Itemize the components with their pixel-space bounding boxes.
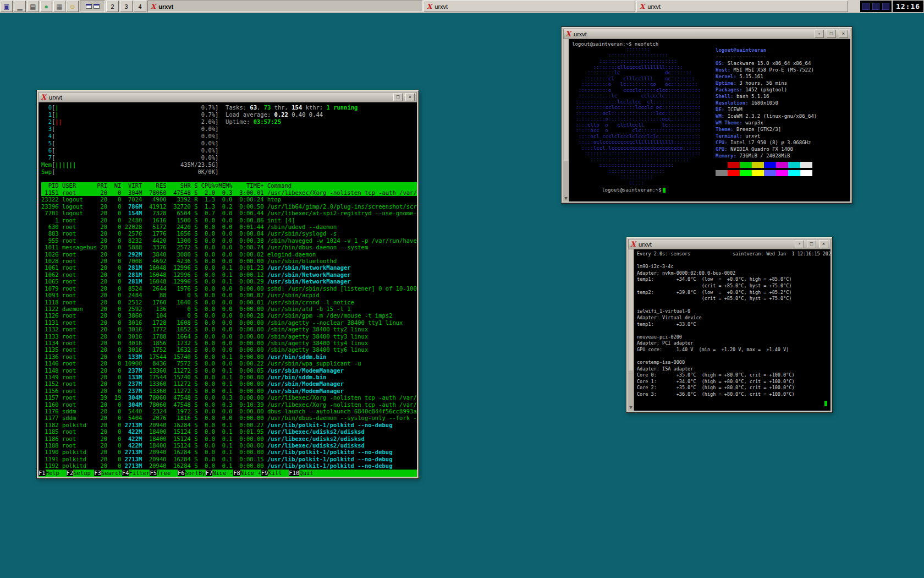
htop-process-row[interactable]: 1118 root 20 0 2512 1760 1640 S 0.0 0.0 …	[41, 299, 417, 306]
htop-process-row[interactable]: 630 root 20 0 22028 5172 2420 S 0.0 0.0 …	[41, 223, 417, 230]
urxvt-icon[interactable]: X	[41, 94, 46, 101]
maximize-button[interactable]: □	[827, 30, 836, 38]
workspace-button-2[interactable]: 2	[106, 1, 119, 12]
htop-process-row[interactable]: 1136 root 20 0 133M 17544 15740 S 0.0 0.…	[41, 353, 417, 360]
htop-process-row[interactable]: 1188 root 20 0 422M 18400 15124 S 0.0 0.…	[41, 442, 417, 449]
htop-process-row[interactable]: 1148 root 20 0 237M 13360 11272 S 0.0 0.…	[41, 367, 417, 374]
htop-process-row[interactable]: 1186 root 20 0 422M 18400 15124 S 0.0 0.…	[41, 435, 417, 442]
htop-fkey-F4[interactable]: F4Filter	[122, 470, 150, 477]
urxvt-icon[interactable]: X	[630, 241, 636, 248]
neofetch-titlebar[interactable]: X urxvt ▫ □ ×	[563, 29, 850, 39]
slackware-ascii-logo: :::::::: :::::::::::::::::::: ::::::::::…	[573, 47, 701, 186]
htop-fkey-F7[interactable]: F7Nice -	[206, 470, 234, 477]
htop-process-row[interactable]: 1 root 20 0 2480 1616 1500 S 0.0 0.0 0:0…	[41, 217, 417, 223]
scrollbar-thumb[interactable]	[564, 39, 568, 161]
maximize-button[interactable]: □	[393, 93, 403, 101]
minimize-button[interactable]: ▫	[815, 30, 824, 38]
workspace-button-1[interactable]	[80, 1, 105, 12]
htop-process-row[interactable]: 1191 polkitd 20 0 2713M 20940 16284 S 0.…	[41, 456, 417, 462]
htop-process-row[interactable]: 1192 polkitd 20 0 2713M 20940 16284 S 0.…	[41, 462, 417, 469]
launcher-smiley[interactable]: ☺	[67, 1, 79, 12]
htop-process-row[interactable]: 1135 root 20 0 3016 1752 1632 S 0.0 0.0 …	[41, 346, 417, 353]
htop-process-row[interactable]: 1065 root 20 0 281M 16048 12996 S 0.0 0.…	[41, 278, 417, 285]
htop-process-row[interactable]: 1122 daemon 20 0 2592 136 0 S 0.0 0.0 0:…	[41, 306, 417, 312]
htop-process-row[interactable]: 1132 root 20 0 3016 1772 1652 S 0.0 0.0 …	[41, 326, 417, 332]
htop-fkey-F8[interactable]: F8Nice +	[233, 470, 261, 477]
launcher-window-list[interactable]: ▤	[27, 1, 39, 12]
minimize-button[interactable]: ▫	[795, 240, 804, 248]
scrollbar[interactable]	[563, 39, 569, 201]
workspace-button-4[interactable]: 4	[134, 1, 146, 12]
htop-table-header[interactable]: PID USER PRI NI VIRT RES SHR S CPU%▽MEM%…	[41, 182, 417, 189]
close-button[interactable]: ×	[405, 93, 415, 101]
close-button[interactable]: ×	[819, 240, 828, 248]
urxvt-icon: X	[151, 3, 156, 10]
htop-process-row[interactable]: 1152 root 20 0 237M 13360 11272 S 0.0 0.…	[41, 380, 417, 387]
htop-process-row[interactable]: 1176 sddm 20 0 5440 2324 1972 S 0.0 0.0 …	[41, 408, 417, 415]
scrollbar[interactable]	[628, 249, 634, 411]
launcher-package[interactable]: ▦	[53, 1, 65, 12]
htop-meter-1: 1[| 0.7%] Load average: 0.22 0.40 0.44	[41, 111, 417, 118]
launcher-show-desktop[interactable]: ▁	[14, 1, 26, 12]
htop-titlebar[interactable]: X urxvt □ ×	[38, 92, 417, 102]
applet-icon-3[interactable]	[882, 3, 889, 10]
workspace-button-3[interactable]: 3	[120, 1, 133, 12]
close-button[interactable]: ×	[839, 30, 848, 38]
scrollbar-arrow-icon	[564, 197, 568, 200]
htop-process-row[interactable]: 1126 root 20 0 3860 104 0 S 0.0 0.0 0:00…	[41, 312, 417, 319]
htop-process-row[interactable]: 1093 root 20 0 2484 88 0 S 0.0 0.0 0:00.…	[41, 292, 417, 298]
htop-fkey-F9[interactable]: F9Kill	[261, 470, 289, 477]
htop-process-row[interactable]: 1079 root 20 0 8524 2644 1976 S 0.0 0.0 …	[41, 285, 417, 292]
taskbar-task-urxvt-3[interactable]: Xurxvt	[636, 1, 848, 12]
htop-process-row[interactable]: 955 root 20 0 8232 4420 1300 S 0.0 0.0 0…	[41, 237, 417, 244]
htop-fkey-F2[interactable]: F2Setup	[67, 470, 95, 477]
shell-prompt[interactable]: logout@saintveran:~$	[572, 180, 666, 200]
htop-process-row[interactable]: 1061 root 20 0 281M 16048 12996 S 0.0 0.…	[41, 264, 417, 271]
neofetch-info-line: Uptime: 3 hours, 56 mins	[716, 80, 817, 86]
neofetch-title: logout@saintveran	[716, 47, 817, 53]
applet-icon-1[interactable]	[862, 3, 870, 10]
htop-process-row[interactable]: 7701 logout 20 0 154M 7328 6504 S 0.7 0.…	[41, 210, 417, 216]
htop-process-row[interactable]: 1185 root 20 0 422M 18400 15124 S 0.0 0.…	[41, 428, 417, 435]
shell-command-line: logout@saintveran:~$ neofetch	[569, 39, 850, 47]
htop-process-row[interactable]: 1151 root 20 0 304M 78060 47548 S 2.0 0.…	[41, 189, 417, 196]
htop-fkey-F10[interactable]: F10Quit	[289, 470, 320, 477]
htop-process-row[interactable]: 1157 root 39 19 304M 78060 47548 S 0.0 0…	[41, 394, 417, 401]
sensors-titlebar[interactable]: X urxvt ▫ □ ×	[628, 239, 831, 249]
maximize-button[interactable]: □	[807, 240, 816, 248]
launcher-start-menu[interactable]: ▣	[1, 1, 13, 12]
htop-process-row[interactable]: 1062 root 20 0 281M 16048 12996 S 0.0 0.…	[41, 271, 417, 278]
terminal-color-palette-row	[716, 168, 817, 176]
htop-process-row[interactable]: 1156 root 20 0 237M 13360 11272 S 0.0 0.…	[41, 388, 417, 394]
taskbar-task-urxvt-2[interactable]: Xurxvt	[424, 1, 635, 12]
urxvt-icon[interactable]: X	[565, 30, 571, 37]
htop-process-row[interactable]: 1160 root 20 0 304M 78060 47548 S 0.0 0.…	[41, 401, 417, 408]
htop-process-row[interactable]: 1026 root 20 0 292M 3840 3080 S 0.0 0.0 …	[41, 251, 417, 258]
htop-process-row[interactable]: 1131 root 20 0 3016 1728 1608 S 0.0 0.0 …	[41, 319, 417, 326]
scrollbar-thumb[interactable]	[629, 249, 633, 370]
applet-icon-2[interactable]	[872, 3, 879, 10]
neofetch-info-line: Resolution: 924x578	[716, 100, 817, 106]
terminal-color-palette-row	[716, 160, 817, 167]
palette-swatch	[776, 170, 788, 176]
htop-process-row[interactable]: 1011 messagebus 20 0 5888 3376 2572 S 0.…	[41, 244, 417, 250]
htop-process-row[interactable]: 1133 root 20 0 3016 1788 1664 S 0.0 0.0 …	[41, 333, 417, 340]
htop-process-row[interactable]: 883 root 20 0 2576 1776 1656 S 0.0 0.0 0…	[41, 230, 417, 237]
htop-process-row[interactable]: 1146 root 20 0 10900 8436 7572 S 0.0 0.0…	[41, 360, 417, 367]
htop-process-row[interactable]: 1182 polkitd 20 0 2713M 20940 16284 S 0.…	[41, 422, 417, 428]
htop-process-row[interactable]: 1177 sddm 20 0 5404 2076 1816 S 0.0 0.0 …	[41, 415, 417, 421]
launcher-globe[interactable]: ●	[40, 1, 52, 12]
htop-process-row[interactable]: 23396 logout 20 0 786M 41912 32720 S 1.3…	[41, 203, 417, 210]
taskbar-clock[interactable]: 12:16	[893, 1, 923, 12]
htop-fkey-F3[interactable]: F3Search	[94, 470, 122, 477]
htop-process-row[interactable]: 1149 root 20 0 133M 17544 15740 S 0.0 0.…	[41, 374, 417, 380]
htop-fkey-F6[interactable]: F6SortBy	[178, 470, 206, 477]
htop-process-row[interactable]: 1028 root 20 0 7008 4692 4236 S 0.0 0.0 …	[41, 258, 417, 264]
htop-process-row[interactable]: 1134 root 20 0 3016 1856 1732 S 0.0 0.0 …	[41, 340, 417, 346]
htop-fkey-F5[interactable]: F5Tree	[150, 470, 178, 477]
taskbar-task-urxvt-1[interactable]: Xurxvt	[147, 1, 422, 12]
htop-process-row[interactable]: 1190 polkitd 20 0 2713M 20940 16284 S 0.…	[41, 449, 417, 455]
window-htop: X urxvt □ × 0[| 0.7%] Tasks: 63, 73 thr,…	[36, 90, 419, 479]
htop-process-row[interactable]: 23322 logout 20 0 7024 4900 3392 R 1.3 0…	[41, 196, 417, 203]
htop-fkey-F1[interactable]: F1Help	[38, 470, 67, 477]
